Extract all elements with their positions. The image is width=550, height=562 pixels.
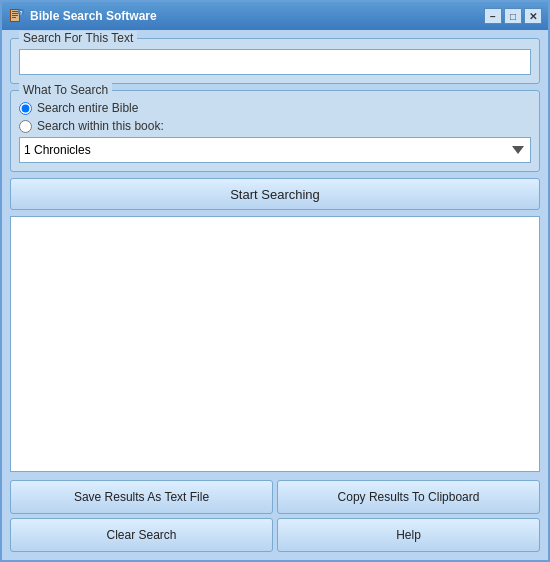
minimize-button[interactable]: − — [484, 8, 502, 24]
radio-entire-bible[interactable] — [19, 102, 32, 115]
results-area[interactable] — [10, 216, 540, 472]
svg-rect-2 — [12, 11, 18, 12]
svg-rect-5 — [12, 17, 16, 18]
start-searching-button[interactable]: Start Searching — [10, 178, 540, 210]
main-window: ? Bible Search Software − □ ✕ Search For… — [0, 0, 550, 562]
search-group: Search For This Text — [10, 38, 540, 84]
window-content: Search For This Text What To Search Sear… — [2, 30, 548, 560]
clear-search-button[interactable]: Clear Search — [10, 518, 273, 552]
search-scope-group: Search entire Bible Search within this b… — [19, 101, 531, 133]
svg-rect-3 — [12, 13, 18, 14]
radio-entire-bible-label[interactable]: Search entire Bible — [19, 101, 531, 115]
title-bar: ? Bible Search Software − □ ✕ — [2, 2, 548, 30]
radio-within-book-label[interactable]: Search within this book: — [19, 119, 531, 133]
radio-within-book[interactable] — [19, 120, 32, 133]
save-results-button[interactable]: Save Results As Text File — [10, 480, 273, 514]
results-content — [11, 217, 539, 225]
search-group-label: Search For This Text — [19, 31, 137, 45]
svg-rect-4 — [12, 15, 18, 16]
window-controls: − □ ✕ — [484, 8, 542, 24]
bottom-buttons: Save Results As Text File Copy Results T… — [10, 480, 540, 552]
book-select[interactable]: GenesisExodusLeviticusNumbersDeuteronomy… — [19, 137, 531, 163]
window-title: Bible Search Software — [30, 9, 484, 23]
help-button[interactable]: Help — [277, 518, 540, 552]
svg-text:?: ? — [20, 10, 23, 16]
copy-results-button[interactable]: Copy Results To Clipboard — [277, 480, 540, 514]
app-icon: ? — [8, 8, 24, 24]
restore-button[interactable]: □ — [504, 8, 522, 24]
radio-within-book-text: Search within this book: — [37, 119, 164, 133]
what-to-search-label: What To Search — [19, 83, 112, 97]
close-button[interactable]: ✕ — [524, 8, 542, 24]
what-to-search-group: What To Search Search entire Bible Searc… — [10, 90, 540, 172]
radio-entire-bible-text: Search entire Bible — [37, 101, 138, 115]
search-input[interactable] — [19, 49, 531, 75]
